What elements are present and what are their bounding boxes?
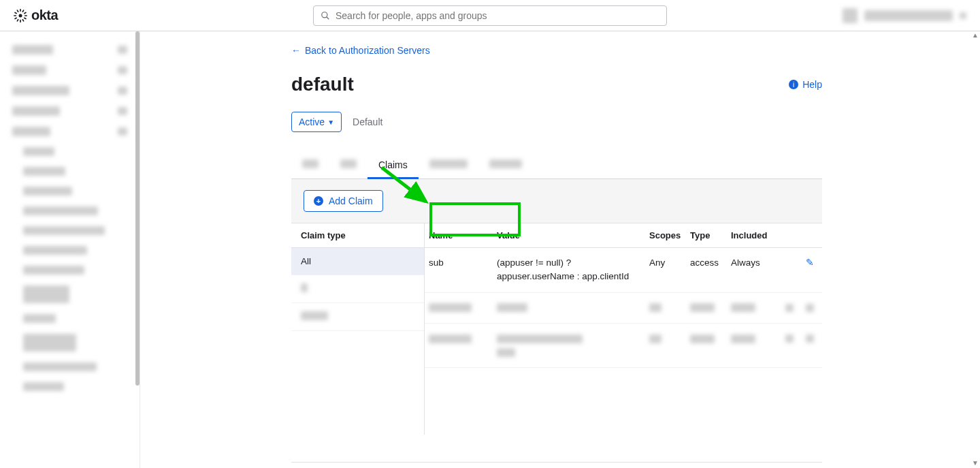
brand-name: okta	[31, 7, 58, 23]
sidebar-scrollbar[interactable]	[135, 31, 140, 386]
page-title: default	[291, 74, 354, 95]
content-scroll-up[interactable]: ▲	[972, 31, 979, 39]
sidebar-item[interactable]	[0, 40, 140, 60]
content: ← Back to Authorization Servers default …	[140, 31, 980, 468]
topbar: okta	[0, 0, 980, 31]
sidebar-subitem[interactable]	[0, 328, 140, 357]
cell-type	[686, 323, 727, 368]
svg-rect-6	[22, 18, 24, 21]
edit-icon[interactable]: ✎	[806, 258, 814, 268]
okta-icon	[14, 9, 27, 22]
svg-point-0	[19, 14, 22, 17]
claim-type-item[interactable]	[291, 303, 424, 331]
status-active-label: Active	[299, 116, 325, 127]
svg-rect-5	[24, 17, 27, 20]
claim-type-item[interactable]	[291, 275, 424, 303]
sidebar-subitem[interactable]	[0, 161, 140, 181]
title-row: default i Help	[291, 74, 822, 95]
user-menu-icon	[960, 12, 966, 19]
column-header: Included	[727, 223, 781, 248]
cell-scopes	[645, 323, 686, 368]
sidebar-subitem[interactable]	[0, 309, 140, 328]
tab-redacted[interactable]	[419, 153, 478, 178]
search-input[interactable]	[336, 10, 659, 21]
tab-claims[interactable]: Claims	[368, 153, 419, 179]
sidebar-subitem[interactable]	[0, 377, 140, 396]
add-claim-bar: + Add Claim	[291, 179, 822, 223]
svg-rect-7	[20, 19, 21, 22]
cell-value: (appuser != null) ? appuser.userName : a…	[493, 248, 645, 293]
back-link[interactable]: ← Back to Authorization Servers	[291, 45, 430, 56]
claims-table: NameValueScopesTypeIncluded sub(appuser …	[425, 223, 822, 435]
svg-rect-1	[20, 9, 21, 12]
brand-logo[interactable]: okta	[14, 7, 58, 23]
back-link-label: Back to Authorization Servers	[305, 45, 430, 56]
add-claim-label: Add Claim	[329, 196, 373, 206]
footer: © 2024 Okta, Inc. PrivacyStatus siteOK14…	[291, 462, 822, 468]
svg-rect-12	[16, 9, 19, 12]
content-inner: ← Back to Authorization Servers default …	[291, 31, 822, 468]
add-claim-button[interactable]: + Add Claim	[304, 190, 383, 212]
svg-rect-3	[24, 12, 27, 14]
back-arrow-icon: ←	[291, 45, 301, 56]
cell-scopes: Any	[645, 248, 686, 293]
user-area[interactable]	[843, 8, 966, 23]
svg-rect-4	[24, 15, 27, 16]
sidebar-item[interactable]	[0, 60, 140, 80]
chevron-down-icon: ▼	[327, 119, 334, 126]
cell-value	[493, 292, 645, 323]
help-label: Help	[802, 79, 822, 90]
svg-rect-10	[14, 15, 16, 16]
table-row	[425, 292, 822, 323]
column-header: Type	[686, 223, 727, 248]
cell-scopes	[645, 292, 686, 323]
claims-area: Claim type All NameValueScopesTypeInclud…	[291, 223, 822, 435]
svg-point-13	[322, 12, 327, 17]
status-active-button[interactable]: Active ▼	[291, 112, 342, 132]
cell-included: Always	[727, 248, 781, 293]
status-default-label: Default	[353, 116, 382, 127]
sidebar-subitem[interactable]	[0, 142, 140, 161]
column-header: Name	[425, 223, 493, 248]
tab-redacted[interactable]	[478, 153, 533, 178]
svg-rect-8	[16, 18, 19, 21]
sidebar-subitem[interactable]	[0, 260, 140, 280]
main-layout: ← Back to Authorization Servers default …	[0, 31, 980, 468]
sidebar-item[interactable]	[0, 80, 140, 101]
help-link[interactable]: i Help	[789, 79, 822, 90]
sidebar-subitem[interactable]	[0, 181, 140, 201]
tab-redacted[interactable]	[291, 153, 329, 178]
cell-included	[727, 292, 781, 323]
status-row: Active ▼ Default	[291, 112, 822, 132]
info-icon: i	[789, 80, 798, 89]
column-header: Value	[493, 223, 645, 248]
cell-type: access	[686, 248, 727, 293]
sidebar-subitem[interactable]	[0, 201, 140, 221]
cell-type	[686, 292, 727, 323]
sidebar-subitem[interactable]	[0, 240, 140, 260]
tabs: Claims	[291, 153, 822, 179]
search-box[interactable]	[313, 5, 667, 26]
sidebar	[0, 31, 140, 468]
sidebar-item[interactable]	[0, 121, 140, 142]
content-scroll-down[interactable]: ▼	[972, 459, 979, 467]
tab-redacted[interactable]	[329, 153, 368, 178]
table-row: sub(appuser != null) ? appuser.userName …	[425, 248, 822, 293]
table-row	[425, 323, 822, 368]
claim-type-item[interactable]: All	[291, 248, 424, 275]
cell-included	[727, 323, 781, 368]
sidebar-item[interactable]	[0, 101, 140, 121]
cell-name	[425, 292, 493, 323]
plus-circle-icon: +	[314, 196, 323, 206]
sidebar-subitem[interactable]	[0, 280, 140, 309]
sidebar-subitem[interactable]	[0, 221, 140, 240]
cell-name: sub	[425, 248, 493, 293]
search-icon	[321, 11, 330, 20]
search-wrap	[313, 5, 667, 26]
column-header: Scopes	[645, 223, 686, 248]
user-avatar	[843, 8, 858, 23]
claim-type-column: Claim type All	[291, 223, 425, 435]
claim-type-header: Claim type	[291, 223, 424, 248]
svg-rect-2	[22, 9, 24, 12]
sidebar-subitem[interactable]	[0, 357, 140, 377]
